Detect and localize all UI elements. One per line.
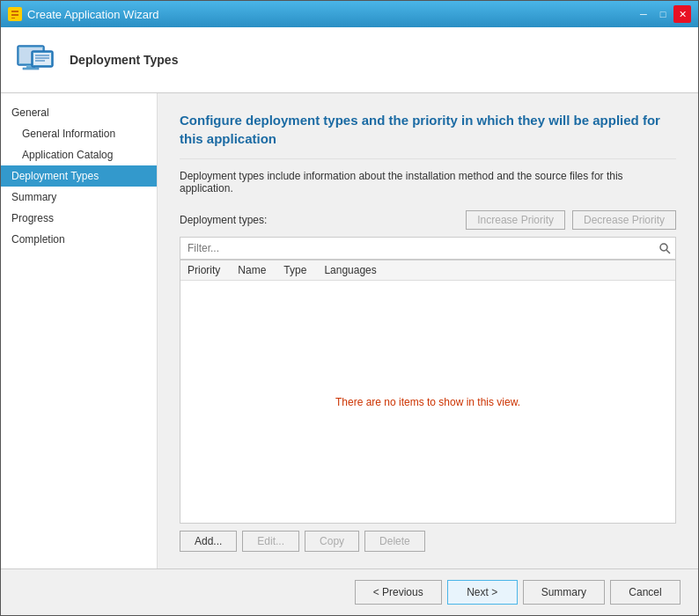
- copy-button[interactable]: Copy: [305, 531, 359, 552]
- svg-rect-9: [33, 53, 51, 65]
- title-bar-left: Create Application Wizard: [8, 7, 159, 21]
- sidebar-item-progress[interactable]: Progress: [1, 208, 157, 229]
- increase-priority-button[interactable]: Increase Priority: [466, 210, 565, 230]
- main-area: General General Information Application …: [1, 93, 698, 568]
- svg-rect-1: [11, 11, 18, 12]
- sidebar-item-completion[interactable]: Completion: [1, 229, 157, 250]
- header-icon: [14, 39, 56, 81]
- separator: [180, 158, 676, 159]
- footer: < Previous Next > Summary Cancel: [1, 568, 698, 615]
- minimize-button[interactable]: ─: [635, 5, 652, 23]
- sidebar-item-deployment-types[interactable]: Deployment Types: [1, 165, 157, 187]
- maximize-button[interactable]: □: [654, 5, 672, 23]
- col-type: Type: [283, 264, 306, 276]
- filter-input[interactable]: [180, 238, 654, 258]
- main-window: Create Application Wizard ─ □ ✕: [0, 0, 699, 616]
- sidebar-item-application-catalog[interactable]: Application Catalog: [1, 144, 157, 165]
- table-header: Priority Name Type Languages: [180, 260, 675, 281]
- next-button[interactable]: Next >: [447, 580, 518, 605]
- window-title: Create Application Wizard: [27, 8, 159, 21]
- content-area: Configure deployment types and the prior…: [158, 93, 698, 568]
- deployment-types-table: Priority Name Type Languages There are n…: [180, 260, 676, 524]
- app-icon: [8, 7, 22, 21]
- svg-point-13: [660, 244, 667, 251]
- filter-row: [180, 237, 676, 260]
- cancel-button[interactable]: Cancel: [610, 580, 681, 605]
- content-description: Deployment types include information abo…: [180, 170, 676, 194]
- svg-rect-7: [23, 68, 39, 70]
- summary-button[interactable]: Summary: [523, 580, 605, 605]
- col-languages: Languages: [324, 264, 376, 276]
- table-body: There are no items to show in this view.: [180, 281, 675, 523]
- add-button[interactable]: Add...: [180, 531, 237, 552]
- deployment-types-row: Deployment types: Increase Priority Decr…: [180, 210, 676, 230]
- window-content: Deployment Types General General Informa…: [1, 27, 698, 615]
- edit-button[interactable]: Edit...: [242, 531, 299, 552]
- svg-rect-2: [11, 14, 18, 16]
- empty-message: There are no items to show in this view.: [335, 396, 520, 408]
- title-bar: Create Application Wizard ─ □ ✕: [1, 1, 698, 27]
- previous-button[interactable]: < Previous: [355, 580, 442, 605]
- sidebar-item-general[interactable]: General: [1, 102, 157, 123]
- header-band: Deployment Types: [1, 27, 698, 93]
- delete-button[interactable]: Delete: [364, 531, 425, 552]
- sidebar-item-summary[interactable]: Summary: [1, 187, 157, 208]
- window-controls: ─ □ ✕: [635, 5, 691, 23]
- svg-rect-3: [11, 18, 15, 18]
- action-buttons: Add... Edit... Copy Delete: [180, 531, 676, 552]
- search-icon: [654, 238, 675, 259]
- decrease-priority-button[interactable]: Decrease Priority: [572, 210, 676, 230]
- sidebar-item-general-information[interactable]: General Information: [1, 123, 157, 144]
- content-title: Configure deployment types and the prior…: [180, 111, 676, 148]
- header-title: Deployment Types: [70, 53, 178, 67]
- col-priority: Priority: [188, 264, 220, 276]
- close-button[interactable]: ✕: [673, 5, 691, 23]
- svg-line-14: [666, 250, 670, 253]
- sidebar: General General Information Application …: [1, 93, 158, 568]
- deployment-types-label: Deployment types:: [180, 214, 267, 226]
- col-name: Name: [238, 264, 266, 276]
